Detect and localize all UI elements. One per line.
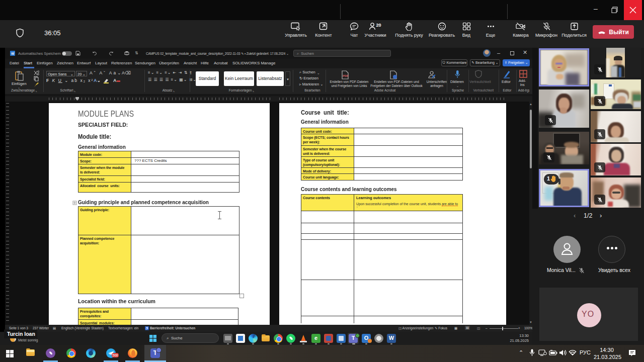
svg-text:20: 20 — [376, 23, 381, 28]
svg-text:PDF: PDF — [343, 74, 349, 77]
svg-text:W: W — [11, 52, 15, 55]
